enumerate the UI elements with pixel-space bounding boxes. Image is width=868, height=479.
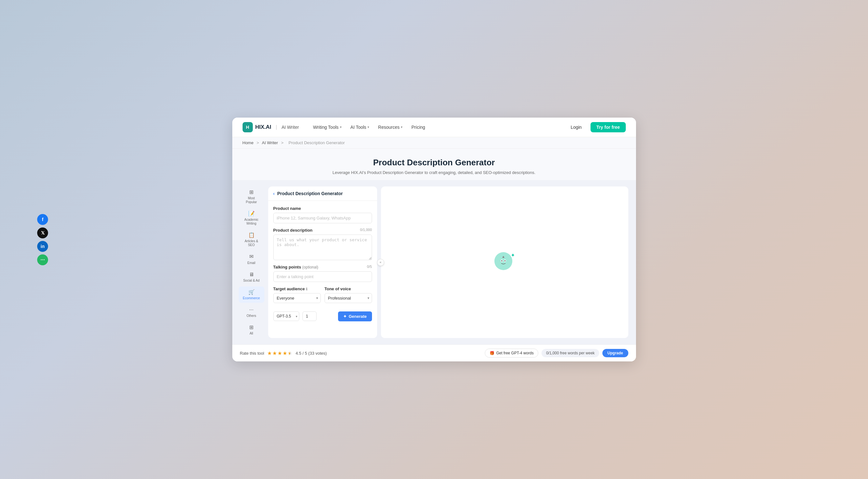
footer-actions: 🎁 Get free GPT-4 words 0/1,000 free word… [485,349,628,358]
product-description-textarea[interactable] [273,234,372,260]
header: H HIX.AI | AI Writer Writing Tools ▾ AI … [232,118,636,137]
chevron-down-icon: ▾ [368,125,369,129]
description-count: 0/1,000 [360,228,372,232]
talking-points-input[interactable] [273,272,372,282]
collapse-panel-button[interactable]: « [377,259,384,266]
star-3: ★ [277,350,282,356]
target-audience-select[interactable]: Everyone Professionals Students Marketer… [273,293,321,303]
tone-of-voice-field: Tone of voice Professional Casual Formal… [324,286,372,303]
sidebar-item-ecommerce[interactable]: 🛒 Ecommerce [239,286,264,303]
email-icon: ✉ [249,253,253,259]
chevron-down-icon: ▾ [340,125,342,129]
audience-tone-row: Target audience ℹ Everyone Professionals… [273,286,372,303]
social-sidebar: f 𝕏 in ⋯ [37,214,48,265]
tone-select-wrap: Professional Casual Formal Friendly Humo… [324,293,372,303]
nav-pricing[interactable]: Pricing [408,123,429,132]
generate-button[interactable]: ✦ Generate [338,312,372,321]
rate-label: Rate this tool [240,351,264,356]
monitor-icon: 🖥 [249,272,254,278]
svg-point-4 [504,260,505,261]
sidebar-item-all[interactable]: ⊞ All [239,322,264,338]
all-icon: ⊞ [249,324,253,330]
back-button[interactable]: ‹ [273,191,275,196]
main-nav: Writing Tools ▾ AI Tools ▾ Resources ▾ P… [309,123,567,132]
svg-rect-6 [503,256,504,257]
nav-ai-tools[interactable]: AI Tools ▾ [347,123,373,132]
tone-of-voice-label: Tone of voice [324,286,372,291]
model-select-wrap: GPT-3.5 GPT-4 ▾ [273,312,299,321]
output-count-input[interactable] [303,312,316,321]
sidebar-item-most-popular[interactable]: ⊞ Most Popular [239,187,264,207]
tool-panel: ‹ Product Description Generator Product … [268,187,377,338]
product-name-label: Product name [273,206,372,211]
product-name-input[interactable] [273,213,372,223]
target-audience-field: Target audience ℹ Everyone Professionals… [273,286,321,303]
logo-subtitle: AI Writer [282,125,299,130]
nav-writing-tools[interactable]: Writing Tools ▾ [309,123,345,132]
words-badge: 0/1,000 free words per week [541,349,599,357]
logo-divider: | [276,124,277,130]
product-description-label: Product description 0/1,000 [273,228,372,233]
login-button[interactable]: Login [567,123,585,132]
main-content: ⊞ Most Popular 📝 Academic Writing 📋 Arti… [232,180,636,345]
star-rating: ★ ★ ★ ★ ★★ [267,350,292,356]
talking-points-count: 0/5 [367,265,372,268]
svg-point-3 [501,260,502,261]
info-icon: ℹ [306,287,307,291]
try-for-free-button[interactable]: Try for free [591,122,625,132]
talking-points-field: Talking points (optional) 0/5 [273,265,372,282]
footer-bar: Rate this tool ★ ★ ★ ★ ★★ 4.5 / 5 (33 vo… [232,345,636,361]
cart-icon: 🛒 [248,289,255,295]
star-1: ★ [267,350,272,356]
star-icon: ✦ [511,252,515,258]
tool-panel-header: ‹ Product Description Generator [268,187,377,201]
star-4: ★ [283,350,287,356]
star-2: ★ [272,350,277,356]
talking-points-label: Talking points (optional) 0/5 [273,265,372,269]
tool-form: Product name Product description 0/1,000… [268,201,377,308]
breadcrumb-sep1: > [257,140,259,145]
chevron-down-icon: ▾ [401,125,402,129]
gift-icon: 🎁 [490,351,494,355]
twitter-share-button[interactable]: 𝕏 [37,227,48,238]
output-panel: « ✦ [381,187,628,338]
header-actions: Login Try for free [567,122,625,132]
linkedin-share-button[interactable]: in [37,241,48,252]
more-icon: ··· [249,307,253,313]
product-description-field: Product description 0/1,000 [273,228,372,260]
upgrade-button[interactable]: Upgrade [602,349,628,357]
breadcrumb-sep2: > [281,140,284,145]
facebook-share-button[interactable]: f [37,214,48,225]
more-share-button[interactable]: ⋯ [37,254,48,265]
sidebar-item-social-ad[interactable]: 🖥 Social & Ad [239,269,264,285]
target-audience-label: Target audience ℹ [273,286,321,291]
logo-text: HIX.AI [255,124,271,130]
document-icon: 📋 [248,232,255,238]
tone-of-voice-select[interactable]: Professional Casual Formal Friendly Humo… [324,293,372,303]
sidebar-item-others[interactable]: ··· Others [239,304,264,320]
mascot: ✦ [494,252,515,273]
breadcrumb-ai-writer[interactable]: AI Writer [262,140,278,145]
pencil-icon: 📝 [248,211,255,217]
page-title: Product Description Generator [243,158,626,167]
audience-select-wrap: Everyone Professionals Students Marketer… [273,293,321,303]
breadcrumb-current: Product Description Generator [288,140,345,145]
tool-footer: GPT-3.5 GPT-4 ▾ ✦ Generate [268,308,377,326]
nav-resources[interactable]: Resources ▾ [374,123,406,132]
logo-area: H HIX.AI | AI Writer [243,122,299,132]
page-header: Product Description Generator Leverage H… [232,149,636,180]
generate-icon: ✦ [343,314,347,319]
breadcrumb-home[interactable]: Home [243,140,254,145]
grid-icon: ⊞ [249,189,253,195]
sidebar-item-academic-writing[interactable]: 📝 Academic Writing [239,208,264,228]
tool-panel-title: Product Description Generator [277,191,343,196]
star-5-half: ★★ [288,350,292,356]
breadcrumb: Home > AI Writer > Product Description G… [232,137,636,149]
get-gpt4-button[interactable]: 🎁 Get free GPT-4 words [485,349,538,358]
mascot-circle [494,252,512,270]
model-select[interactable]: GPT-3.5 GPT-4 [273,312,299,321]
sidebar-item-email[interactable]: ✉ Email [239,251,264,267]
sidebar-item-articles-seo[interactable]: 📋 Articles & SEO [239,229,264,250]
product-name-field: Product name [273,206,372,223]
rate-area: Rate this tool ★ ★ ★ ★ ★★ 4.5 / 5 (33 vo… [240,350,327,356]
